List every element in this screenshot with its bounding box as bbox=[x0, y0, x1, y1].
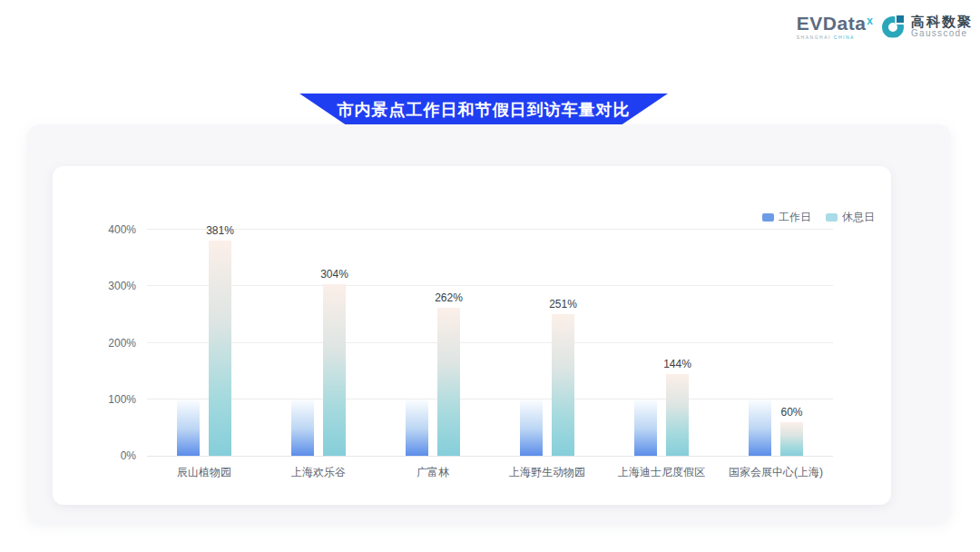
workday-bar bbox=[520, 399, 543, 456]
bar-value-label: 381% bbox=[206, 224, 234, 237]
x-axis-label: 辰山植物园 bbox=[147, 465, 261, 480]
bar-group: 251%上海野生动物园 bbox=[490, 230, 604, 456]
y-axis-tick: 400% bbox=[82, 223, 136, 236]
gausscode-cn-text: 高科数聚 bbox=[911, 15, 973, 29]
gausscode-logo: 高科数聚 Gausscode bbox=[882, 15, 973, 38]
workday-bar bbox=[749, 399, 771, 456]
legend-item-workday[interactable]: 工作日 bbox=[762, 210, 811, 225]
x-axis-label: 上海迪士尼度假区 bbox=[604, 465, 719, 480]
bar-pair: 262% bbox=[406, 308, 460, 456]
legend-label: 工作日 bbox=[779, 210, 811, 225]
legend: 工作日休息日 bbox=[762, 210, 875, 225]
restday-bar: 251% bbox=[552, 314, 574, 456]
bar-group: 304%上海欢乐谷 bbox=[261, 230, 376, 456]
bar-value-label: 304% bbox=[320, 268, 348, 281]
bar-groups: 381%辰山植物园304%上海欢乐谷262%广富林251%上海野生动物园144%… bbox=[147, 230, 833, 456]
restday-bar: 144% bbox=[666, 374, 689, 456]
bar-group: 262%广富林 bbox=[376, 230, 490, 456]
restday-bar: 304% bbox=[323, 284, 346, 456]
gausscode-en-text: Gausscode bbox=[911, 29, 973, 39]
evdata-logo: EVDatax SHANGHAI CHINA bbox=[797, 14, 873, 40]
evdata-logo-subtext: SHANGHAI CHINA bbox=[797, 35, 855, 40]
legend-swatch bbox=[762, 213, 774, 222]
bar-value-label: 60% bbox=[780, 406, 802, 419]
y-axis-tick: 200% bbox=[82, 337, 136, 350]
bar-pair: 251% bbox=[520, 314, 574, 456]
bar-value-label: 251% bbox=[549, 298, 577, 310]
page-title: 市内景点工作日和节假日到访车量对比 bbox=[338, 99, 631, 123]
legend-swatch bbox=[826, 213, 838, 222]
legend-item-restday[interactable]: 休息日 bbox=[826, 210, 875, 225]
restday-bar: 60% bbox=[780, 422, 803, 456]
x-axis-label: 广富林 bbox=[376, 465, 490, 480]
legend-label: 休息日 bbox=[842, 210, 875, 225]
bar-group: 144%上海迪士尼度假区 bbox=[604, 230, 719, 456]
y-axis-tick: 100% bbox=[82, 393, 136, 406]
x-axis-label: 上海野生动物园 bbox=[490, 465, 604, 480]
bar-pair: 60% bbox=[749, 399, 803, 456]
bar-value-label: 144% bbox=[663, 358, 691, 370]
y-axis-tick: 300% bbox=[82, 280, 136, 292]
workday-bar bbox=[406, 399, 428, 456]
page: EVDatax SHANGHAI CHINA 高科数聚 Gausscode 市内… bbox=[0, 0, 980, 552]
x-axis-label: 上海欢乐谷 bbox=[261, 465, 376, 480]
bar-pair: 304% bbox=[291, 284, 346, 456]
logo-header: EVDatax SHANGHAI CHINA 高科数聚 Gausscode bbox=[797, 14, 973, 40]
evdata-logo-text: EVData bbox=[797, 13, 867, 34]
title-banner: 市内景点工作日和节假日到访车量对比 bbox=[299, 94, 668, 127]
bar-group: 60%国家会展中心(上海) bbox=[719, 230, 833, 456]
evdata-logo-sup: x bbox=[867, 15, 873, 27]
y-axis-tick: 0% bbox=[82, 449, 136, 462]
restday-bar: 381% bbox=[209, 241, 231, 456]
gausscode-icon bbox=[882, 15, 906, 39]
chart-panel: 工作日休息日 0%100%200%300%400%381%辰山植物园304%上海… bbox=[27, 124, 951, 522]
restday-bar: 262% bbox=[437, 308, 460, 456]
workday-bar bbox=[177, 399, 200, 456]
workday-bar bbox=[634, 399, 657, 456]
x-axis-line bbox=[147, 456, 833, 457]
x-axis-label: 国家会展中心(上海) bbox=[719, 465, 833, 480]
chart-card: 工作日休息日 0%100%200%300%400%381%辰山植物园304%上海… bbox=[53, 166, 891, 505]
workday-bar bbox=[291, 399, 314, 456]
bar-value-label: 262% bbox=[435, 291, 463, 304]
plot-area: 0%100%200%300%400%381%辰山植物园304%上海欢乐谷262%… bbox=[147, 230, 833, 456]
bar-pair: 144% bbox=[634, 374, 689, 456]
bar-group: 381%辰山植物园 bbox=[147, 230, 261, 456]
bar-pair: 381% bbox=[177, 241, 231, 456]
